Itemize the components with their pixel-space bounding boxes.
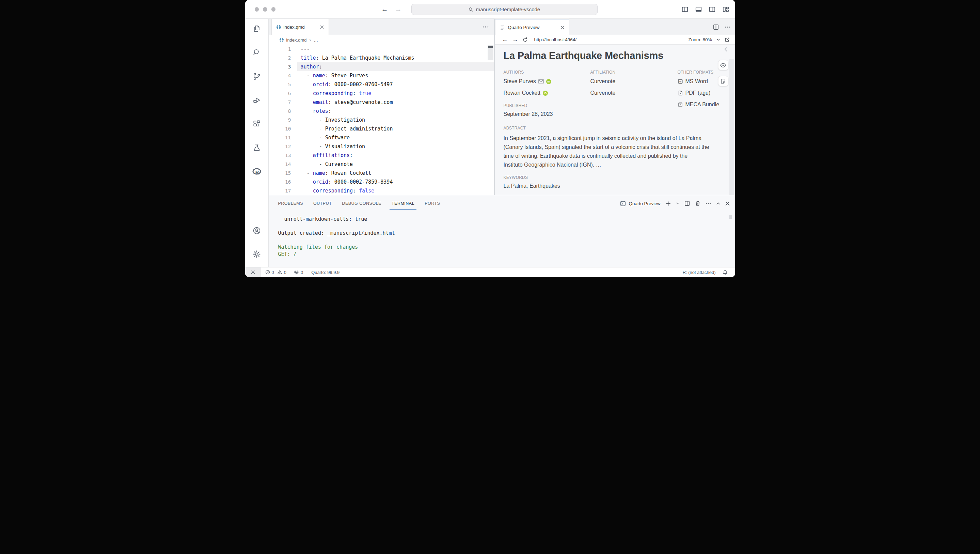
minimize-window-button[interactable] bbox=[263, 7, 267, 11]
bell-icon[interactable] bbox=[722, 270, 728, 275]
line-number: 9 bbox=[269, 117, 291, 123]
source-control-icon[interactable] bbox=[252, 72, 261, 81]
tab-quarto-preview[interactable]: Quarto Preview bbox=[495, 19, 570, 35]
code-text: - Curvenote bbox=[301, 161, 353, 167]
tab-index-qmd[interactable]: index.qmd bbox=[271, 19, 329, 35]
settings-gear-icon[interactable] bbox=[252, 250, 261, 259]
search-icon[interactable] bbox=[252, 48, 261, 57]
reload-icon[interactable] bbox=[523, 37, 528, 42]
close-window-button[interactable] bbox=[255, 7, 259, 11]
preview-url[interactable]: http://localhost:4964/ bbox=[534, 37, 577, 42]
testing-icon[interactable] bbox=[252, 144, 261, 152]
terminal-line: Output created: _manuscript/index.html bbox=[278, 230, 735, 237]
dropdown-chevron-icon[interactable] bbox=[676, 202, 679, 205]
split-editor-icon[interactable] bbox=[713, 24, 719, 30]
code-text: author: bbox=[301, 64, 322, 70]
notes-button[interactable] bbox=[718, 76, 729, 86]
chevron-down-icon[interactable] bbox=[716, 38, 720, 42]
code-line[interactable]: 15 - name: Rowan Cockett bbox=[269, 169, 494, 177]
preview-back-button[interactable]: ← bbox=[502, 37, 508, 43]
maximize-panel-icon[interactable] bbox=[716, 201, 720, 206]
history-navigation: ← → bbox=[381, 0, 402, 19]
terminal-scrollbar[interactable] bbox=[729, 215, 732, 219]
code-line[interactable]: 6 corresponding: true bbox=[269, 89, 494, 98]
titlebar: ← → manuscript-template-vscode bbox=[245, 0, 735, 19]
terminal-selector[interactable]: Quarto Preview bbox=[620, 201, 660, 206]
panel-tab-debug-console[interactable]: DEBUG CONSOLE bbox=[342, 195, 381, 212]
customize-layout-icon[interactable] bbox=[722, 6, 729, 13]
eye-button[interactable] bbox=[718, 60, 729, 70]
close-panel-icon[interactable] bbox=[725, 201, 730, 206]
author-row: Rowan CockettiD bbox=[504, 88, 590, 98]
r-language-icon[interactable]: R bbox=[252, 167, 261, 176]
remote-indicator[interactable] bbox=[245, 267, 261, 277]
orcid-icon[interactable]: iD bbox=[546, 79, 551, 84]
new-terminal-icon[interactable] bbox=[666, 201, 671, 206]
code-line[interactable]: 12 - Visualization bbox=[269, 142, 494, 151]
terminal-output[interactable]: unroll-markdown-cells: trueOutput create… bbox=[269, 212, 735, 257]
code-line[interactable]: 16 orcid: 0000-0002-7859-8394 bbox=[269, 177, 494, 186]
open-external-icon[interactable] bbox=[725, 37, 730, 42]
mail-icon[interactable] bbox=[538, 79, 544, 83]
code-line[interactable]: 8 roles: bbox=[269, 107, 494, 115]
code-text: affiliations: bbox=[301, 152, 353, 158]
format-link[interactable]: PDF (agu) bbox=[678, 88, 735, 98]
error-icon bbox=[265, 270, 270, 275]
go-forward-button[interactable]: → bbox=[395, 5, 402, 13]
more-actions-icon[interactable] bbox=[706, 203, 711, 204]
go-back-button[interactable]: ← bbox=[381, 5, 388, 13]
quarto-version[interactable]: Quarto: 99.9.9 bbox=[311, 270, 339, 275]
r-session-status[interactable]: R: (not attached) bbox=[683, 270, 716, 275]
breadcrumb-more[interactable]: … bbox=[313, 37, 318, 43]
breadcrumb[interactable]: index.qmd › … bbox=[269, 35, 494, 45]
preview-forward-button[interactable]: → bbox=[512, 37, 518, 43]
warning-icon bbox=[277, 270, 282, 275]
more-actions-icon[interactable] bbox=[725, 26, 730, 28]
close-tab-icon[interactable] bbox=[560, 26, 564, 29]
editor-more-actions[interactable] bbox=[482, 19, 488, 35]
toggle-secondary-sidebar-icon[interactable] bbox=[709, 6, 716, 13]
close-tab-icon[interactable] bbox=[320, 25, 324, 29]
format-link[interactable]: MECA Bundle bbox=[678, 100, 735, 109]
accounts-icon[interactable] bbox=[252, 226, 261, 235]
files-icon[interactable] bbox=[252, 24, 261, 33]
panel-tab-problems[interactable]: PROBLEMS bbox=[278, 195, 303, 212]
code-line[interactable]: 4 - name: Steve Purves bbox=[269, 71, 494, 80]
problems-status[interactable]: 0 0 bbox=[265, 270, 286, 275]
kill-terminal-icon[interactable] bbox=[695, 201, 700, 206]
panel-tab-ports[interactable]: PORTS bbox=[425, 195, 440, 212]
panel-tab-output[interactable]: OUTPUT bbox=[313, 195, 332, 212]
pdf-icon bbox=[678, 90, 683, 96]
code-text: orcid: 0000-0002-7859-8394 bbox=[301, 179, 393, 185]
code-editor[interactable]: 1---2title: La Palma Earthquake Mechanis… bbox=[269, 45, 494, 195]
code-line[interactable]: 5 orcid: 0000-0002-0760-5497 bbox=[269, 80, 494, 89]
collapse-toc-icon[interactable] bbox=[724, 47, 728, 52]
toggle-panel-icon[interactable] bbox=[695, 6, 702, 13]
toggle-primary-sidebar-icon[interactable] bbox=[682, 6, 688, 13]
extensions-icon[interactable] bbox=[252, 120, 261, 128]
code-line[interactable]: 2title: La Palma Earthquake Mechanisms bbox=[269, 53, 494, 62]
code-line[interactable]: 7 email: steve@curvenote.com bbox=[269, 98, 494, 107]
zoom-window-button[interactable] bbox=[271, 7, 276, 11]
split-terminal-icon[interactable] bbox=[684, 201, 690, 206]
code-line[interactable]: 1--- bbox=[269, 45, 494, 53]
orcid-icon[interactable]: iD bbox=[543, 91, 548, 96]
code-line[interactable]: 3author: bbox=[269, 62, 494, 71]
preview-tab-bar: Quarto Preview bbox=[495, 19, 735, 35]
line-number: 4 bbox=[269, 73, 291, 78]
panel-tab-terminal[interactable]: TERMINAL bbox=[391, 195, 414, 212]
breadcrumb-file[interactable]: index.qmd bbox=[286, 37, 307, 43]
code-line[interactable]: 10 - Project administration bbox=[269, 125, 494, 133]
code-line[interactable]: 11 - Software bbox=[269, 133, 494, 142]
code-line[interactable]: 9 - Investigation bbox=[269, 115, 494, 125]
command-center-search[interactable]: manuscript-template-vscode bbox=[411, 4, 598, 15]
zoom-level[interactable]: Zoom: 80% bbox=[688, 37, 712, 42]
published-date: September 28, 2023 bbox=[504, 111, 553, 117]
code-line[interactable]: 17 corresponding: false bbox=[269, 186, 494, 195]
code-line[interactable]: 14 - Curvenote bbox=[269, 160, 494, 169]
run-debug-icon[interactable] bbox=[252, 96, 261, 105]
preview-scrollbar[interactable] bbox=[729, 59, 734, 195]
code-line[interactable]: 13 affiliations: bbox=[269, 151, 494, 160]
tab-label: Quarto Preview bbox=[508, 25, 540, 30]
ports-status[interactable]: 0 bbox=[294, 270, 303, 275]
